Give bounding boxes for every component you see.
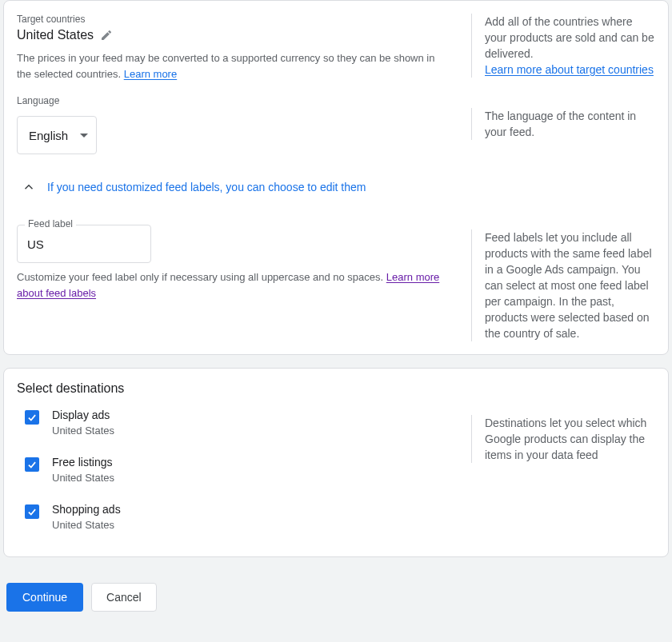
destination-row: Free listingsUnited States <box>17 449 446 496</box>
language-side-text: The language of the content in your feed… <box>471 108 655 140</box>
destination-sub: United States <box>52 472 114 484</box>
target-learn-more-link[interactable]: Learn more <box>124 68 177 80</box>
feed-label-help-text: Customize your feed label only if necess… <box>17 269 446 301</box>
destination-label: Free listings <box>52 456 114 469</box>
target-side-link[interactable]: Learn more about target countries <box>485 63 654 76</box>
destination-row: Display adsUnited States <box>17 402 446 449</box>
feed-label-side-text: Feed labels let you include all products… <box>471 229 655 341</box>
feed-label-expander-text: If you need customized feed labels, you … <box>47 181 366 193</box>
target-country-value: United States <box>17 28 94 42</box>
destinations-side-text: Destinations let you select which Google… <box>471 415 655 463</box>
destination-label: Shopping ads <box>52 503 121 516</box>
destination-checkbox[interactable] <box>25 410 39 425</box>
destination-sub: United States <box>52 425 114 437</box>
feed-label-input[interactable] <box>17 225 151 263</box>
language-label: Language <box>17 95 446 106</box>
check-icon <box>26 506 38 517</box>
edit-icon[interactable] <box>100 29 113 42</box>
dropdown-icon <box>80 134 88 138</box>
language-select[interactable]: English <box>17 116 97 154</box>
destination-row: Shopping adsUnited States <box>17 496 446 544</box>
target-help-text: The prices in your feed may be converted… <box>17 50 446 82</box>
feed-label-expander[interactable]: If you need customized feed labels, you … <box>17 167 655 204</box>
destination-sub: United States <box>52 519 121 531</box>
destination-checkbox[interactable] <box>25 457 39 472</box>
cancel-button[interactable]: Cancel <box>91 583 157 612</box>
target-countries-label: Target countries <box>17 14 446 25</box>
check-icon <box>26 459 38 470</box>
feed-label-floating: Feed label <box>25 218 76 229</box>
destination-checkbox[interactable] <box>25 504 39 519</box>
destination-label: Display ads <box>52 409 114 421</box>
language-value: English <box>29 129 68 142</box>
continue-button[interactable]: Continue <box>6 583 83 612</box>
destinations-title: Select destinations <box>4 369 668 402</box>
check-icon <box>26 412 38 423</box>
chevron-up-icon <box>22 180 36 194</box>
target-side-text: Add all of the countries where your prod… <box>485 15 654 60</box>
